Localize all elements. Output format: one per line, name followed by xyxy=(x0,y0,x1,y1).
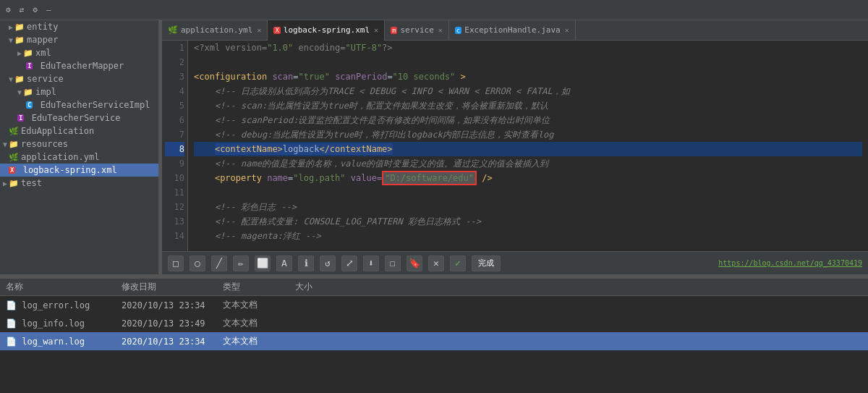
col-header-date: 修改日期 xyxy=(122,281,223,293)
expand-arrow: ▶ xyxy=(3,179,7,187)
crop-button[interactable]: ⤢ xyxy=(341,255,357,271)
ellipse-tool-button[interactable]: ○ xyxy=(190,255,205,271)
file-row[interactable]: 📄 log_info.log 2020/10/13 23:49 文本文档 xyxy=(0,314,868,332)
file-doc-icon: 📄 xyxy=(6,318,17,329)
filled-rect-tool-button[interactable]: ⬜ xyxy=(255,255,271,271)
tab-label: logback-spring.xml xyxy=(284,25,370,35)
finish-button[interactable]: 完成 xyxy=(472,255,501,271)
file-doc-icon: 📄 xyxy=(6,300,17,310)
sidebar-item-test[interactable]: ▶ 📁 test xyxy=(0,177,158,190)
split-icon[interactable]: ⇄ xyxy=(17,4,27,16)
folder-icon: 📁 xyxy=(9,179,19,188)
sidebar-item-label: EduTeacherService xyxy=(32,113,121,123)
line-num-2: 2 xyxy=(165,55,184,69)
code-line-8: <contextName>logback</contextName> xyxy=(194,142,862,156)
line-num-8: 8 xyxy=(165,142,184,156)
code-line-13: <!-- 配置格式变量: CONSOLE_LOG_PATTERN 彩色日志格式 … xyxy=(194,214,862,229)
folder-icon: 📁 xyxy=(14,75,25,84)
file-table-header: 名称 修改日期 类型 大小 xyxy=(0,279,868,296)
code-line-9: <!-- name的值是变量的名称，value的值时变量定义的值。通过定义的值会… xyxy=(194,156,862,171)
sidebar-item-application-yml[interactable]: 🌿 application.yml xyxy=(0,151,158,164)
sidebar-item-label: EduApplication xyxy=(21,126,94,136)
sidebar-item-edu-application[interactable]: 🌿 EduApplication xyxy=(0,124,158,138)
expand-arrow: ▼ xyxy=(9,75,13,83)
sidebar-item-service[interactable]: ▼ 📁 service xyxy=(0,72,158,85)
footer-url[interactable]: https://blog.csdn.net/qq_43370419 xyxy=(718,259,862,267)
code-line-10: <property name="log.path" value="D:/soft… xyxy=(194,171,862,185)
file-name: 📄 log_info.log xyxy=(6,318,122,329)
sidebar-item-resources[interactable]: ▼ 📁 resources xyxy=(0,138,158,151)
check-button[interactable]: ✓ xyxy=(450,255,466,271)
app-icon: 🌿 xyxy=(9,127,19,136)
file-name: 📄 log_error.log xyxy=(6,300,122,310)
tab-close-button[interactable]: ✕ xyxy=(438,26,443,34)
sidebar-item-logback-xml[interactable]: X logback-spring.xml xyxy=(0,164,158,177)
info-tool-button[interactable]: ℹ xyxy=(298,255,314,271)
file-type: 文本文档 xyxy=(223,335,295,347)
sidebar-item-label: EduTeacherServiceImpl xyxy=(41,100,150,110)
tab-exception-handle[interactable]: c ExceptionHandle.java ✕ xyxy=(449,20,576,41)
code-line-12: <!-- 彩色日志 --> xyxy=(194,200,862,214)
file-table: 名称 修改日期 类型 大小 📄 log_error.log 2020/10/13… xyxy=(0,279,868,393)
file-name: 📄 log_warn.log xyxy=(6,337,122,347)
line-num-6: 6 xyxy=(165,113,184,127)
expand-arrow: ▶ xyxy=(17,49,22,57)
gear2-icon[interactable]: ⚙ xyxy=(30,4,41,16)
sidebar-item-label: mapper xyxy=(27,35,58,45)
sidebar-item-service-impl[interactable]: C EduTeacherServiceImpl xyxy=(0,98,158,111)
sidebar-item-service-iface[interactable]: I EduTeacherService xyxy=(0,111,158,124)
bottom-panel: 名称 修改日期 类型 大小 📄 log_error.log 2020/10/13… xyxy=(0,277,868,393)
sidebar-item-label: application.yml xyxy=(21,152,99,162)
main-area: ▶ 📁 entity ▼ 📁 mapper ▶ 📁 xml I EduTeach… xyxy=(0,20,868,274)
sidebar-item-mapper[interactable]: ▼ 📁 mapper xyxy=(0,33,158,46)
line-tool-button[interactable]: ╱ xyxy=(211,255,227,271)
tab-icon: 🌿 xyxy=(168,25,178,35)
sidebar-item-label: resources xyxy=(21,139,68,149)
rect-tool-button[interactable]: □ xyxy=(168,255,184,271)
tab-application-yml[interactable]: 🌿 application.yml ✕ xyxy=(162,20,268,41)
undo-button[interactable]: ↺ xyxy=(320,255,336,271)
bookmark-button[interactable]: 🔖 xyxy=(407,255,422,271)
col-header-name: 名称 xyxy=(6,281,122,293)
file-type: 文本文档 xyxy=(223,317,295,329)
file-row[interactable]: 📄 log_error.log 2020/10/13 23:34 文本文档 xyxy=(0,296,868,314)
code-line-3: <configuration scan="true" scanPeriod="1… xyxy=(194,69,862,84)
pen-tool-button[interactable]: ✏ xyxy=(233,255,249,271)
code-line-7: <!-- debug:当此属性设置为true时，将打印出logback内部日志信… xyxy=(194,127,862,142)
line-num-7: 7 xyxy=(165,127,184,142)
line-num-10: 10 xyxy=(165,171,184,185)
sidebar-item-xml[interactable]: ▶ 📁 xml xyxy=(0,46,158,59)
tab-service[interactable]: m service ✕ xyxy=(385,20,449,41)
clipboard-button[interactable]: ☐ xyxy=(385,255,401,271)
settings-icon[interactable]: ⚙ xyxy=(3,4,14,16)
tab-bar: 🌿 application.yml ✕ X logback-spring.xml… xyxy=(162,20,868,41)
expand-arrow: ▼ xyxy=(9,36,13,44)
sidebar-item-edu-teacher-mapper[interactable]: I EduTeacherMapper xyxy=(0,59,158,72)
sidebar-item-impl[interactable]: ▼ 📁 impl xyxy=(0,85,158,98)
code-area[interactable]: <?xml version="1.0" encoding="UTF-8"?> <… xyxy=(188,41,868,251)
code-line-6: <!-- scanPeriod:设置监控配置文件是否有修改的时间间隔，如果没有给… xyxy=(194,113,862,127)
file-row[interactable]: 📄 log_warn.log 2020/10/13 23:34 文本文档 xyxy=(0,332,868,350)
sidebar-item-label: entity xyxy=(27,22,58,32)
col-header-type: 类型 xyxy=(223,281,295,293)
expand-arrow: ▼ xyxy=(3,140,7,148)
file-date: 2020/10/13 23:34 xyxy=(122,300,223,310)
file-name-label: log_warn.log xyxy=(22,337,85,347)
sidebar-item-entity[interactable]: ▶ 📁 entity xyxy=(0,20,158,33)
editor-content: 1 2 3 4 5 6 7 8 9 10 11 12 13 14 <?xml v… xyxy=(162,41,868,251)
annotation-toolbar: □ ○ ╱ ✏ ⬜ A ℹ ↺ ⤢ ⬇ ☐ 🔖 ✕ ✓ 完成 https://b… xyxy=(162,251,868,274)
download-button[interactable]: ⬇ xyxy=(363,255,379,271)
interface-icon: I xyxy=(17,114,24,122)
tab-close-button[interactable]: ✕ xyxy=(257,26,261,34)
file-date: 2020/10/13 23:34 xyxy=(122,337,223,347)
tab-logback-xml[interactable]: X logback-spring.xml ✕ xyxy=(268,20,385,41)
minimize-icon[interactable]: — xyxy=(43,4,54,16)
tab-icon: m xyxy=(391,27,397,34)
code-line-11 xyxy=(194,185,862,200)
sidebar-item-label: xml xyxy=(35,48,51,58)
tab-close-button[interactable]: ✕ xyxy=(374,26,378,34)
close-tool-button[interactable]: ✕ xyxy=(428,255,444,271)
tab-close-button[interactable]: ✕ xyxy=(565,26,569,34)
file-date: 2020/10/13 23:49 xyxy=(122,318,223,329)
text-tool-button[interactable]: A xyxy=(276,255,292,271)
